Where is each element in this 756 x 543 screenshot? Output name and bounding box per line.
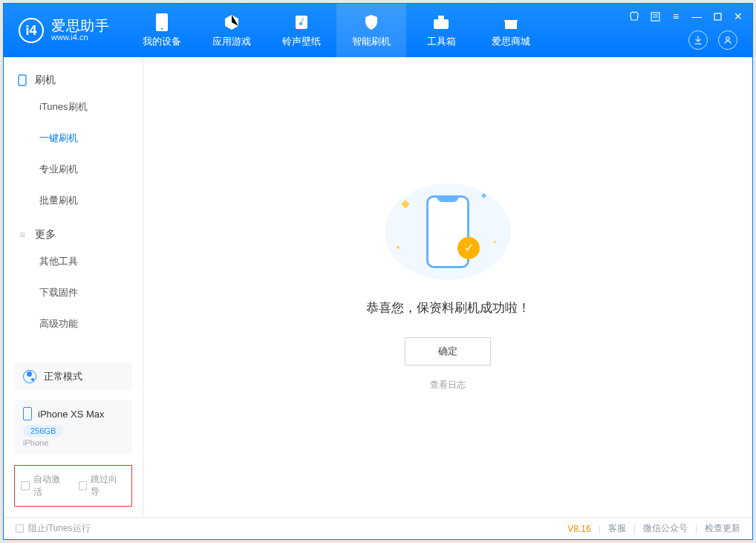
user-button[interactable] bbox=[718, 30, 737, 50]
ok-button[interactable]: 确定 bbox=[405, 337, 491, 365]
sidebar-item-download-firmware[interactable]: 下载固件 bbox=[4, 277, 143, 308]
checkbox-icon[interactable] bbox=[16, 524, 24, 533]
wechat-link[interactable]: 微信公众号 bbox=[643, 522, 688, 535]
store-icon bbox=[502, 13, 520, 31]
cube-icon bbox=[223, 13, 241, 31]
nav-ringtone-wallpaper[interactable]: 铃声壁纸 bbox=[267, 4, 336, 57]
sidebar-nav: 刷机 iTunes刷机 一键刷机 专业刷机 批量刷机 ≡ 更多 其他工具 下载固… bbox=[4, 57, 143, 347]
app-title: 爱思助手 bbox=[51, 19, 109, 33]
svg-rect-5 bbox=[505, 22, 517, 29]
svg-rect-9 bbox=[714, 13, 721, 20]
app-window: i4 爱思助手 www.i4.cn 我的设备 应用游戏 铃声壁纸 智能刷机 bbox=[3, 3, 753, 540]
nav-label: 智能刷机 bbox=[352, 35, 391, 48]
version-label: V8.16 bbox=[567, 524, 590, 534]
nav-smart-flash[interactable]: 智能刷机 bbox=[336, 4, 406, 57]
checkbox-icon bbox=[79, 481, 88, 490]
nav-label: 应用游戏 bbox=[212, 35, 251, 48]
check-badge-icon: ✓ bbox=[457, 237, 480, 259]
sidebar-item-onekey-flash[interactable]: 一键刷机 bbox=[4, 123, 143, 154]
download-button[interactable] bbox=[688, 30, 708, 50]
mode-label: 正常模式 bbox=[44, 370, 82, 383]
success-illustration: ✓ bbox=[385, 183, 511, 280]
music-note-icon bbox=[293, 13, 310, 31]
svg-rect-3 bbox=[434, 19, 449, 29]
device-capacity: 256GB bbox=[23, 425, 63, 437]
nav-label: 我的设备 bbox=[143, 35, 181, 48]
group-more: ≡ 更多 bbox=[4, 224, 143, 246]
body: 刷机 iTunes刷机 一键刷机 专业刷机 批量刷机 ≡ 更多 其他工具 下载固… bbox=[4, 57, 752, 517]
list-icon: ≡ bbox=[17, 230, 27, 240]
block-itunes-label[interactable]: 阻止iTunes运行 bbox=[28, 522, 91, 535]
support-link[interactable]: 客服 bbox=[608, 522, 626, 535]
nav-apps-games[interactable]: 应用游戏 bbox=[197, 4, 267, 57]
minimize-button[interactable]: — bbox=[690, 10, 703, 23]
maximize-button[interactable] bbox=[711, 10, 724, 23]
device-name: iPhone XS Max bbox=[38, 409, 105, 420]
checkbox-icon bbox=[21, 481, 30, 490]
sidebar: 刷机 iTunes刷机 一键刷机 专业刷机 批量刷机 ≡ 更多 其他工具 下载固… bbox=[4, 57, 143, 517]
shield-refresh-icon bbox=[362, 13, 380, 31]
sidebar-item-advanced[interactable]: 高级功能 bbox=[4, 308, 143, 339]
nav-toolbox[interactable]: 工具箱 bbox=[406, 4, 476, 57]
dot-icon bbox=[397, 246, 400, 249]
success-message: 恭喜您，保资料刷机成功啦！ bbox=[366, 299, 530, 316]
main-content: ✓ 恭喜您，保资料刷机成功啦！ 确定 查看日志 bbox=[143, 57, 752, 517]
logo-icon: i4 bbox=[19, 18, 44, 43]
top-nav: 我的设备 应用游戏 铃声壁纸 智能刷机 工具箱 爱思商城 bbox=[127, 4, 546, 57]
sparkle-icon bbox=[481, 192, 486, 198]
device-card[interactable]: iPhone XS Max 256GB iPhone bbox=[14, 400, 132, 455]
close-button[interactable]: ✕ bbox=[731, 10, 745, 23]
titlebar-actions bbox=[688, 30, 737, 50]
check-update-link[interactable]: 检查更新 bbox=[705, 522, 740, 535]
logo: i4 爱思助手 www.i4.cn bbox=[4, 18, 121, 43]
sidebar-item-other-tools[interactable]: 其他工具 bbox=[4, 246, 143, 277]
nav-my-device[interactable]: 我的设备 bbox=[127, 4, 197, 57]
device-type: iPhone bbox=[23, 438, 123, 447]
svg-point-1 bbox=[161, 27, 163, 30]
theme-icon[interactable] bbox=[628, 10, 641, 23]
menu-icon[interactable]: ≡ bbox=[669, 10, 682, 23]
device-icon bbox=[153, 13, 171, 31]
sidebar-item-batch-flash[interactable]: 批量刷机 bbox=[4, 185, 143, 216]
statusbar: 阻止iTunes运行 V8.16 | 客服 | 微信公众号 | 检查更新 bbox=[4, 517, 752, 539]
checkbox-auto-activate[interactable]: 自动激活 bbox=[21, 473, 68, 498]
window-controls: ≡ — ✕ bbox=[628, 10, 745, 23]
svg-point-10 bbox=[726, 37, 729, 40]
toolbox-icon bbox=[432, 13, 450, 31]
app-site: www.i4.cn bbox=[51, 33, 109, 42]
nav-label: 铃声壁纸 bbox=[282, 35, 321, 48]
mode-icon bbox=[23, 370, 36, 383]
nav-label: 爱思商城 bbox=[492, 35, 530, 48]
group-flash: 刷机 bbox=[4, 69, 143, 91]
checkbox-skip-guide[interactable]: 跳过向导 bbox=[79, 473, 126, 498]
nav-store[interactable]: 爱思商城 bbox=[476, 4, 546, 57]
group-title: 刷机 bbox=[35, 74, 56, 87]
sidebar-item-pro-flash[interactable]: 专业刷机 bbox=[4, 154, 143, 185]
mode-card[interactable]: 正常模式 bbox=[14, 362, 132, 391]
svg-rect-11 bbox=[19, 75, 26, 85]
bottom-options-highlight: 自动激活 跳过向导 bbox=[14, 465, 132, 507]
sidebar-item-itunes-flash[interactable]: iTunes刷机 bbox=[4, 91, 143, 123]
feedback-icon[interactable] bbox=[648, 10, 662, 23]
view-log-link[interactable]: 查看日志 bbox=[430, 379, 466, 391]
phone-icon bbox=[23, 407, 32, 420]
dot-icon bbox=[494, 241, 496, 243]
titlebar: i4 爱思助手 www.i4.cn 我的设备 应用游戏 铃声壁纸 智能刷机 bbox=[4, 4, 752, 57]
group-title: 更多 bbox=[35, 228, 56, 241]
phone-icon bbox=[17, 75, 27, 85]
sparkle-icon bbox=[401, 200, 409, 208]
svg-rect-4 bbox=[438, 16, 444, 19]
nav-label: 工具箱 bbox=[427, 35, 456, 48]
